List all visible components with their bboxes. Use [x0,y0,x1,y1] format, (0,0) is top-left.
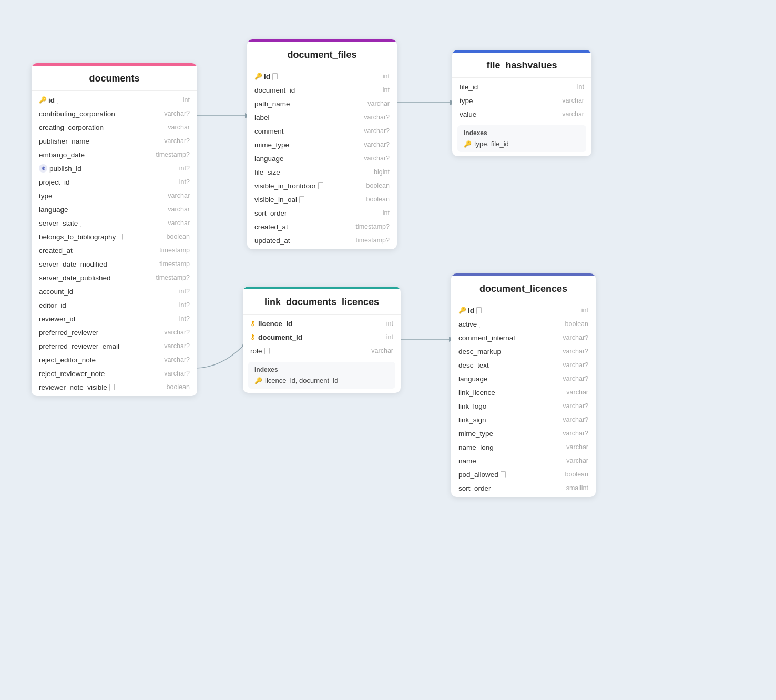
table-row: editor_id int? [32,298,197,312]
table-row: language varchar? [247,151,397,165]
asterisk-icon: ✱ [39,164,47,173]
table-row: link_logo varchar? [451,399,596,413]
table-document-licences-body: 🔑 id int active boolean comment_internal… [451,301,596,497]
table-row: mime_type varchar? [247,138,397,151]
bookmark-icon [299,196,304,203]
table-row: sort_order int [247,206,397,220]
table-row: created_at timestamp? [247,220,397,234]
table-documents-body: 🔑 id int contributing_corporation varcha… [32,91,197,396]
table-row: link_licence varchar [451,385,596,399]
key-icon: 🔑 [464,140,472,148]
table-row: path_name varchar [247,97,397,110]
table-row: embargo_date timestamp? [32,148,197,161]
index-row: 🔑 type, file_id [464,140,580,148]
table-row: project_id int? [32,175,197,189]
table-row: pod_allowed boolean [451,468,596,481]
table-row: belongs_to_bibliography boolean [32,230,197,244]
table-link-documents-licences-body: ⚷ licence_id int ⚷ document_id int role … [243,315,401,360]
bookmark-icon [318,182,323,189]
bookmark-icon [264,348,270,354]
table-link-documents-licences-header: link_documents_licences [243,287,401,315]
table-row: language varchar? [451,372,596,385]
bookmark-icon [476,307,482,314]
bookmark-icon [57,97,62,104]
table-row: publisher_name varchar? [32,134,197,148]
table-document-files-header: document_files [247,39,397,67]
table-document-licences-header: document_licences [451,273,596,301]
index-value: type, file_id [474,140,509,148]
table-documents: documents 🔑 id int contributing_corporat… [32,63,197,396]
key-icon: 🔑 [458,307,466,314]
bookmark-icon [80,220,85,227]
table-row: visible_in_oai boolean [247,192,397,206]
table-row: link_sign varchar? [451,413,596,427]
table-row: type varchar [452,94,591,107]
table-row: value varchar [452,107,591,121]
table-row: ⚷ document_id int [243,330,401,344]
table-row: updated_at timestamp? [247,234,397,247]
table-documents-header: documents [32,63,197,91]
indexes-title: Indexes [254,366,389,373]
table-row: 🔑 id int [32,93,197,107]
fk-icon: ⚷ [250,320,255,327]
table-row: active boolean [451,317,596,331]
table-row: comment_internal varchar? [451,331,596,344]
bookmark-icon [501,471,506,478]
table-row: sort_order smallint [451,481,596,495]
table-row: server_state varchar [32,216,197,230]
index-row: 🔑 licence_id, document_id [254,377,389,384]
table-link-documents-licences: link_documents_licences ⚷ licence_id int… [243,287,401,393]
diagram-canvas: documents 🔑 id int contributing_corporat… [0,0,776,700]
table-row: role varchar [243,344,401,358]
table-row: name varchar [451,454,596,468]
table-row: creating_corporation varchar [32,120,197,134]
key-icon: 🔑 [39,96,46,104]
table-row: contributing_corporation varchar? [32,107,197,120]
table-row: file_id int [452,80,591,94]
indexes-title: Indexes [464,129,580,137]
table-row: 🔑 id int [247,69,397,83]
table-row: preferred_reviewer_email varchar? [32,339,197,353]
table-file-hashvalues-body: file_id int type varchar value varchar [452,78,591,123]
table-row: comment varchar? [247,124,397,138]
table-row: file_size bigint [247,165,397,179]
bookmark-icon [118,234,123,240]
table-row: 🔑 id int [451,303,596,317]
table-row: type varchar [32,189,197,202]
table-row: ⚷ licence_id int [243,317,401,330]
table-row: visible_in_frontdoor boolean [247,179,397,192]
table-row: server_date_published timestamp? [32,271,197,285]
index-value: licence_id, document_id [265,377,338,384]
key-icon: 🔑 [254,73,262,80]
table-row: language varchar [32,202,197,216]
table-row: label varchar? [247,110,397,124]
table-row: account_id int? [32,285,197,298]
key-icon: 🔑 [254,377,262,384]
table-row: desc_markup varchar? [451,344,596,358]
table-row: created_at timestamp [32,244,197,257]
bookmark-icon [479,321,484,328]
table-row: preferred_reviewer varchar? [32,326,197,339]
table-row: reviewer_id int? [32,312,197,326]
table-file-hashvalues: file_hashvalues file_id int type varchar… [452,50,591,156]
table-row: mime_type varchar? [451,427,596,440]
table-row: document_id int [247,83,397,97]
table-file-hashvalues-header: file_hashvalues [452,50,591,78]
table-row: name_long varchar [451,440,596,454]
indexes-section: Indexes 🔑 type, file_id [457,125,586,152]
table-document-licences: document_licences 🔑 id int active boolea… [451,273,596,497]
table-document-files: document_files 🔑 id int document_id int … [247,39,397,249]
table-row: reject_reviewer_note varchar? [32,367,197,380]
table-row: reject_editor_note varchar? [32,353,197,367]
indexes-section: Indexes 🔑 licence_id, document_id [248,362,395,389]
bookmark-icon [272,73,278,80]
bookmark-icon [109,384,115,391]
fk-icon: ⚷ [250,333,255,341]
table-row: server_date_modified timestamp [32,257,197,271]
table-row: desc_text varchar? [451,358,596,372]
table-row: ✱ publish_id int? [32,161,197,175]
table-row: reviewer_note_visible boolean [32,380,197,394]
table-document-files-body: 🔑 id int document_id int path_name varch… [247,67,397,249]
